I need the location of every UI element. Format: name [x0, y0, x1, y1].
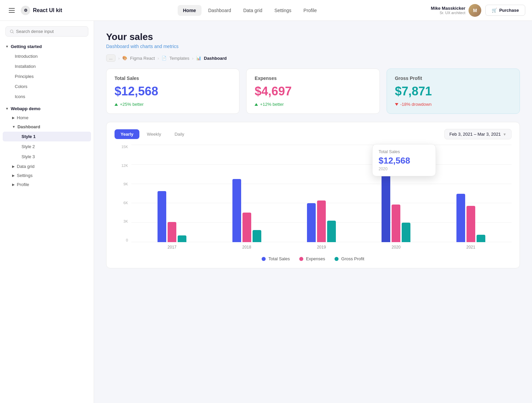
sidebar-item-principles[interactable]: Principles — [3, 72, 91, 81]
tooltip-year: 2020 — [379, 167, 430, 171]
section-arrow-down-icon: ▼ — [5, 45, 9, 48]
legend-dot-gross-profit — [335, 257, 339, 261]
nav-settings[interactable]: Settings — [269, 5, 297, 16]
triangle-down-icon — [395, 103, 398, 106]
breadcrumb-chart-icon: 📊 — [196, 56, 201, 60]
nav-datagrid[interactable]: Data grid — [238, 5, 268, 16]
x-label-2019: 2019 — [284, 242, 359, 252]
x-axis: 2017 2018 2019 2020 2021 — [131, 242, 512, 252]
hamburger-button[interactable] — [7, 6, 17, 15]
tab-weekly[interactable]: Weekly — [141, 129, 167, 139]
topnav: ⚙ React UI kit Home Dashboard Data grid … — [0, 0, 532, 21]
y-label-0: 0 — [115, 238, 130, 242]
y-label-6k: 6K — [115, 201, 130, 205]
tab-yearly[interactable]: Yearly — [115, 129, 139, 139]
y-label-15k: 15K — [115, 145, 130, 149]
year-group-2017 — [135, 191, 209, 242]
bar-expenses-2021 — [467, 206, 475, 242]
y-label-3k: 3K — [115, 219, 130, 223]
tooltip-value: $12,568 — [379, 155, 430, 166]
legend-dot-expenses — [299, 257, 303, 261]
search-input[interactable] — [16, 29, 84, 34]
metric-card-gross-profit: Gross Profit $7,871 -18% drowdown — [387, 69, 520, 114]
legend-dot-total-sales — [262, 257, 266, 261]
bar-total-sales-2019 — [307, 203, 316, 242]
cart-icon: 🛒 — [492, 8, 497, 13]
bar-expenses-2017 — [168, 222, 176, 242]
search-icon — [10, 29, 14, 34]
bar-expenses-2020 — [392, 205, 400, 242]
sidebar-item-style3[interactable]: Style 3 — [3, 152, 91, 162]
arrow-right-icon-4: ▶ — [12, 183, 15, 186]
bars-area: Total Sales $12,568 2020 — [131, 145, 512, 242]
chart-legend: Total Sales Expenses Gross Profit — [115, 256, 512, 261]
section-arrow-down-icon-2: ▼ — [5, 107, 9, 110]
page-title: Your sales — [106, 32, 520, 42]
year-group-2021 — [434, 194, 508, 242]
sidebar-search[interactable] — [5, 26, 88, 37]
sidebar-item-data-grid[interactable]: ▶ Data grid — [0, 162, 94, 171]
sidebar-item-installation[interactable]: Installation — [3, 61, 91, 71]
purchase-button[interactable]: 🛒 Purchase — [485, 5, 525, 16]
tooltip-label: Total Sales — [379, 149, 430, 154]
tab-daily[interactable]: Daily — [169, 129, 190, 139]
sidebar-item-colors[interactable]: Colors — [3, 82, 91, 91]
metric-value-gross-profit: $7,871 — [395, 84, 512, 98]
bar-gross-profit-2019 — [327, 221, 336, 242]
chart-tabs: Yearly Weekly Daily — [115, 129, 190, 139]
sidebar-section-webapp-demo[interactable]: ▼ Webapp demo — [0, 104, 94, 113]
metric-change-total-sales: +25% better — [115, 102, 231, 107]
bar-chart-container: 0 3K 6K 9K 12K 15K — [115, 145, 512, 261]
nav-profile[interactable]: Profile — [298, 5, 322, 16]
arrow-right-icon: ▶ — [12, 116, 15, 120]
y-label-9k: 9K — [115, 182, 130, 186]
metrics-row: Total Sales $12,568 +25% better Expenses… — [106, 69, 520, 114]
main-content: Your sales Dashboard with charts and met… — [94, 21, 532, 403]
x-label-2018: 2018 — [209, 242, 284, 252]
x-label-2017: 2017 — [135, 242, 209, 252]
sidebar-section-getting-started[interactable]: ▼ Getting started — [0, 42, 94, 51]
breadcrumb-sep-2: › — [158, 56, 159, 61]
bar-total-sales-2017 — [158, 191, 166, 242]
bar-total-sales-2021 — [456, 194, 465, 242]
app-logo: ⚙ React UI kit — [21, 6, 62, 15]
sidebar-item-style1[interactable]: Style 1 — [3, 132, 91, 141]
bar-total-sales-2018 — [232, 179, 241, 242]
bar-gross-profit-2018 — [253, 230, 261, 242]
bar-gross-profit-2021 — [477, 235, 485, 242]
breadcrumb-dots-button[interactable]: ... — [106, 54, 116, 62]
legend-expenses: Expenses — [299, 256, 325, 261]
x-label-2020: 2020 — [359, 242, 433, 252]
sidebar-item-introduction[interactable]: Introduction — [3, 51, 91, 61]
x-label-2021: 2021 — [434, 242, 508, 252]
sidebar-item-home[interactable]: ▶ Home — [0, 113, 94, 122]
nav-home[interactable]: Home — [178, 5, 202, 16]
nav-dashboard[interactable]: Dashboard — [203, 5, 237, 16]
chart-header: Yearly Weekly Daily Feb 3, 2021 – Mar 3,… — [115, 129, 512, 139]
breadcrumb-sep-3: › — [192, 56, 193, 61]
breadcrumb-templates: Templates — [169, 56, 189, 61]
sidebar-item-profile[interactable]: ▶ Profile — [0, 180, 94, 189]
date-picker[interactable]: Feb 3, 2021 – Mar 3, 2021 ▼ — [444, 129, 512, 139]
breadcrumb-template-icon: 📄 — [162, 56, 167, 60]
y-label-12k: 12K — [115, 164, 130, 168]
breadcrumb-sep-1: › — [118, 56, 120, 61]
year-group-2018 — [209, 179, 284, 242]
sidebar-item-style2[interactable]: Style 2 — [3, 142, 91, 151]
metric-card-total-sales: Total Sales $12,568 +25% better — [106, 69, 239, 114]
bar-gross-profit-2017 — [178, 235, 186, 242]
user-role: Sr. UX architect — [431, 11, 466, 15]
metric-label-expenses: Expenses — [255, 76, 371, 81]
sidebar-item-dashboard-expanded[interactable]: ▼ Dashboard — [0, 122, 94, 131]
bar-expenses-2018 — [242, 213, 251, 242]
sidebar-item-settings[interactable]: ▶ Settings — [0, 171, 94, 180]
chevron-down-icon: ▼ — [503, 132, 506, 136]
metric-value-total-sales: $12,568 — [115, 84, 231, 98]
sidebar-item-icons[interactable]: Icons — [3, 92, 91, 101]
breadcrumb: ... › 🎨 Figma React › 📄 Templates › 📊 Da… — [106, 54, 520, 62]
legend-total-sales: Total Sales — [262, 256, 290, 261]
arrow-right-icon-3: ▶ — [12, 174, 15, 177]
year-group-2020: Total Sales $12,568 2020 — [359, 164, 433, 242]
metric-label-gross-profit: Gross Profit — [395, 76, 512, 81]
y-axis: 0 3K 6K 9K 12K 15K — [115, 145, 130, 242]
